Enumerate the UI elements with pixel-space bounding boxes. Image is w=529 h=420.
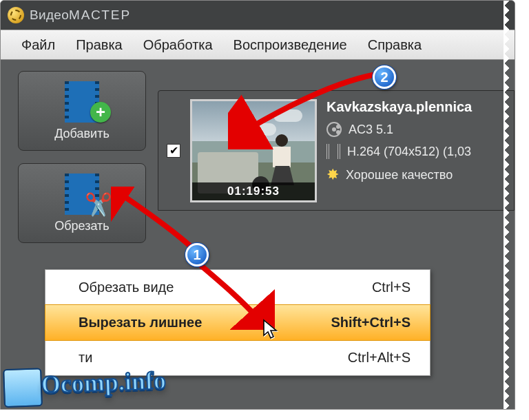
crop-button-label: Обрезать <box>54 219 109 233</box>
ctx-shortcut: Shift+Ctrl+S <box>331 315 411 330</box>
watermark-text: Ocomp.info <box>41 366 166 398</box>
title-bar: ВидеоМАСТЕР <box>1 1 515 30</box>
ctx-label: ти <box>79 350 92 366</box>
ctx-label: Обрезать виде <box>79 280 174 295</box>
video-quality: Хорошее качество <box>346 168 453 182</box>
scissors-icon: ✂️ <box>85 191 112 218</box>
star-icon: ✸ <box>326 166 339 184</box>
plus-icon: + <box>90 102 111 123</box>
app-icon <box>8 7 24 23</box>
video-checkbox[interactable]: ✔ <box>167 144 180 158</box>
watermark-cube-icon <box>3 368 43 408</box>
annotation-bubble-1: 1 <box>185 243 209 266</box>
menu-file[interactable]: Файл <box>13 34 63 56</box>
ctx-shortcut: Ctrl+S <box>372 280 411 295</box>
menu-playback[interactable]: Воспроизведение <box>225 34 355 56</box>
annotation-arrow-2 <box>228 67 393 149</box>
menu-bar: Файл Правка Обработка Воспроизведение Сп… <box>1 30 515 60</box>
ctx-label: Вырезать лишнее <box>79 315 202 330</box>
annotation-arrow-1 <box>111 187 228 262</box>
menu-processing[interactable]: Обработка <box>135 34 221 56</box>
add-button[interactable]: + Добавить <box>18 71 146 151</box>
app-window: ВидеоМАСТЕР Файл Правка Обработка Воспро… <box>0 0 515 410</box>
watermark: Ocomp.info <box>3 364 167 408</box>
menu-help[interactable]: Справка <box>360 34 430 56</box>
app-title-part2: МАСТЕР <box>69 8 131 22</box>
app-title: ВидеоМАСТЕР <box>30 8 131 23</box>
app-title-part1: Видео <box>30 8 69 22</box>
video-quality-row: ✸ Хорошее качество <box>326 166 472 184</box>
ctx-shortcut: Ctrl+Alt+S <box>348 350 411 366</box>
mouse-cursor-icon <box>262 319 279 344</box>
add-button-label: Добавить <box>54 127 110 141</box>
torn-edge-decoration <box>504 1 515 409</box>
annotation-bubble-2: 2 <box>373 65 396 89</box>
menu-edit[interactable]: Правка <box>68 34 131 56</box>
